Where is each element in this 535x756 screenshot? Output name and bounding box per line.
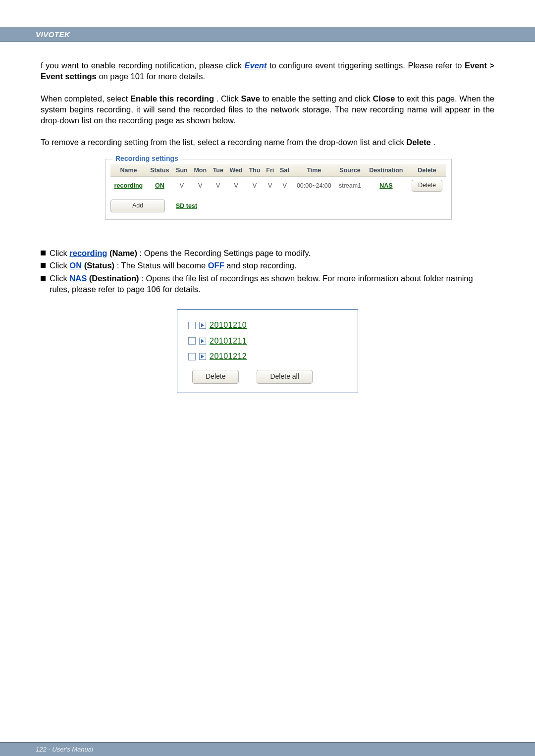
paragraph-2: When completed, select Enable this recor…: [41, 93, 494, 126]
cell-time: 00:00~24:00: [292, 177, 335, 195]
file-delete-all-button[interactable]: Delete all: [257, 370, 312, 384]
recording-settings-panel: Recording settings Name Status Sun Mon T…: [105, 159, 452, 220]
b1-bold: (Name): [109, 249, 137, 257]
b3-bold: (Destination): [89, 274, 139, 283]
bullet-nas-link[interactable]: NAS: [69, 274, 87, 283]
sd-test-link[interactable]: SD test: [176, 202, 197, 210]
folder-link-1[interactable]: 20101210: [210, 320, 247, 331]
p3-b: Delete: [406, 138, 431, 147]
bullet-2: Click ON (Status) : The Status will beco…: [41, 260, 494, 271]
main-content: f you want to enable recording notificat…: [0, 42, 535, 710]
th-destination: Destination: [365, 164, 408, 177]
add-button[interactable]: Add: [110, 200, 165, 212]
b3-a: Click: [50, 274, 69, 283]
bullet-off-link[interactable]: OFF: [208, 261, 224, 270]
b2-bold: (Status): [84, 261, 114, 270]
file-list-box: 20101210 20101211 20101212 Delete Delete…: [177, 309, 358, 393]
bullet-square-icon: [41, 263, 46, 268]
p3-a: To remove a recording setting from the l…: [41, 138, 406, 147]
table-row: recording ON V V V V V V V 00:00~24:00 s…: [110, 177, 446, 195]
recording-status-link[interactable]: ON: [155, 182, 164, 189]
file-actions: Delete Delete all: [188, 370, 349, 384]
bullet-on-link[interactable]: ON: [69, 261, 82, 270]
th-source: Source: [335, 164, 365, 177]
cell-source: stream1: [335, 177, 365, 195]
header-band: VIVOTEK: [0, 27, 535, 42]
checkbox-icon[interactable]: [188, 353, 196, 360]
arrow-right-icon[interactable]: [199, 338, 206, 345]
p2-b1: Enable this recording: [130, 94, 214, 103]
cell-tue: V: [210, 177, 227, 195]
arrow-right-icon[interactable]: [199, 353, 206, 360]
cell-wed: V: [226, 177, 246, 195]
file-row-3: 20101212: [188, 351, 349, 362]
bullet-1: Click recording (Name) : Opens the Recor…: [41, 248, 494, 258]
th-tue: Tue: [210, 164, 227, 177]
p2-b2: Save: [241, 94, 260, 103]
checkbox-icon[interactable]: [188, 322, 196, 329]
p1-text-c: on page 101 for more details.: [99, 72, 205, 81]
bullet-square-icon: [41, 276, 46, 281]
p1-text-a: f you want to enable recording notificat…: [41, 61, 244, 70]
p2-b3: Close: [373, 94, 395, 103]
b2-c: and stop recording.: [226, 261, 296, 270]
bullet-list: Click recording (Name) : Opens the Recor…: [41, 248, 494, 295]
bullet-recording-link[interactable]: recording: [69, 249, 107, 257]
file-delete-button[interactable]: Delete: [192, 370, 239, 384]
brand-text: VIVOTEK: [36, 30, 70, 39]
th-thu: Thu: [246, 164, 263, 177]
paragraph-1: f you want to enable recording notificat…: [41, 60, 494, 82]
bullet-square-icon: [41, 251, 46, 255]
th-fri: Fri: [264, 164, 277, 177]
arrow-right-icon[interactable]: [199, 322, 206, 329]
checkbox-icon[interactable]: [188, 337, 196, 345]
paragraph-3: To remove a recording setting from the l…: [41, 137, 494, 148]
b1-a: Click: [50, 249, 69, 257]
delete-row-button[interactable]: Delete: [412, 180, 442, 192]
b2-a: Click: [50, 261, 69, 270]
recording-table: Name Status Sun Mon Tue Wed Thu Fri Sat …: [110, 164, 446, 195]
event-link[interactable]: Event: [244, 61, 267, 70]
th-time: Time: [292, 164, 335, 177]
p1-text-b: to configure event triggering settings. …: [269, 61, 465, 70]
recording-dest-link[interactable]: NAS: [379, 182, 392, 189]
recording-settings-legend: Recording settings: [112, 154, 181, 163]
bullet-3: Click NAS (Destination) : Opens the file…: [41, 273, 494, 295]
cell-sat: V: [277, 177, 292, 195]
th-status: Status: [147, 164, 173, 177]
p2-b: . Click: [216, 94, 241, 103]
th-name: Name: [110, 164, 147, 177]
file-row-2: 20101211: [188, 336, 349, 347]
folder-link-2[interactable]: 20101211: [210, 336, 247, 347]
recording-name-link[interactable]: recording: [114, 182, 143, 189]
p2-c: to enable the setting and click: [263, 94, 373, 103]
top-whitespace: [0, 0, 535, 27]
file-row-1: 20101210: [188, 320, 349, 331]
b1-b: : Opens the Recording Settings page to m…: [140, 249, 311, 257]
cell-mon: V: [191, 177, 210, 195]
th-sun: Sun: [173, 164, 191, 177]
th-delete: Delete: [408, 164, 446, 177]
th-mon: Mon: [191, 164, 210, 177]
folder-link-3[interactable]: 20101212: [210, 351, 247, 362]
recording-actions: Add SD test: [110, 200, 446, 212]
p2-a: When completed, select: [41, 94, 130, 103]
b2-b: : The Status will become: [117, 261, 208, 270]
spacer: [41, 393, 494, 710]
cell-sun: V: [173, 177, 191, 195]
p3-c: .: [433, 138, 435, 147]
cell-fri: V: [264, 177, 277, 195]
cell-thu: V: [246, 177, 263, 195]
th-wed: Wed: [226, 164, 246, 177]
table-header-row: Name Status Sun Mon Tue Wed Thu Fri Sat …: [110, 164, 446, 177]
th-sat: Sat: [277, 164, 292, 177]
